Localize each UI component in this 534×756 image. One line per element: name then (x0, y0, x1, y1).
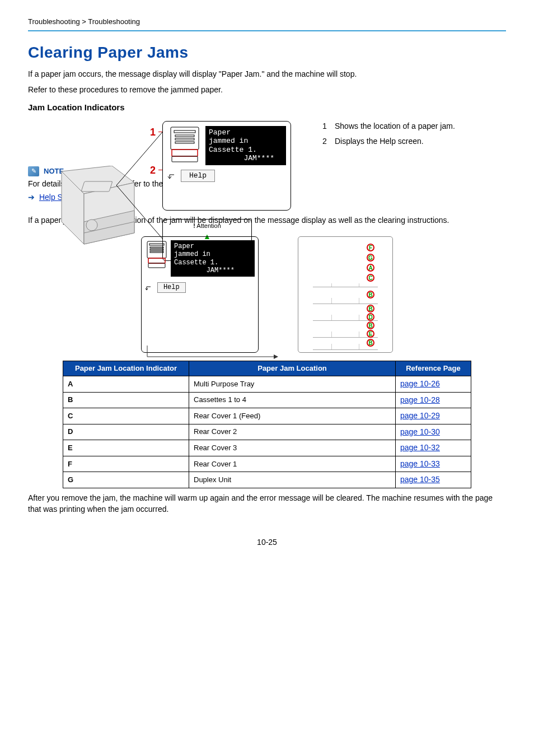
message-display-panel-small: Paper jammed in Cassette 1. JAM**** Help (141, 236, 259, 353)
svg-rect-19 (148, 258, 165, 263)
cell-location: Duplex Unit (189, 472, 396, 488)
cell-reference: page 10-35 (396, 472, 471, 488)
cell-indicator: G (63, 472, 189, 488)
svg-rect-17 (150, 249, 163, 250)
divider (28, 30, 506, 31)
printer-mini-icon (167, 126, 202, 165)
lcd-line-1: Paper (174, 242, 194, 250)
svg-rect-11 (175, 142, 194, 143)
svg-marker-21 (274, 354, 278, 359)
help-arrow-icon (145, 284, 152, 291)
cell-indicator: A (63, 376, 189, 392)
table-row: DRear Cover 2page 10-30 (63, 424, 471, 440)
svg-rect-15 (149, 244, 164, 245)
svg-rect-5 (81, 181, 113, 192)
section-heading: Jam Location Indicators (28, 101, 506, 113)
table-row: CRear Cover 1 (Feed)page 10-29 (63, 408, 471, 424)
table-row: ERear Cover 3page 10-32 (63, 440, 471, 456)
cell-reference: page 10-32 (396, 440, 471, 456)
note-icon: ✎ (28, 166, 39, 176)
jam-location-diagram: Paper jammed in Cassette 1. JAM**** Help… (28, 236, 506, 353)
indicator-badge-b: B (367, 291, 374, 298)
flow-arrow-icon (145, 346, 279, 368)
indicator-badge-e: E (367, 330, 374, 338)
lcd-line-2: jammed in (209, 137, 248, 145)
svg-rect-20 (148, 263, 165, 268)
indicator-badge-f: F (367, 244, 374, 251)
svg-rect-9 (175, 135, 194, 137)
indicator-badge-a: A (367, 264, 374, 272)
page-number: 10-25 (28, 537, 506, 548)
help-softkey: Help (157, 282, 186, 293)
reference-page-link[interactable]: page 10-32 (400, 443, 440, 452)
callout-number-2: 2 (150, 164, 156, 178)
table-row: AMulti Purpose Traypage 10-26 (63, 376, 471, 392)
cell-location: Rear Cover 3 (189, 440, 396, 456)
indicator-badge-g: G (367, 254, 374, 262)
cell-reference: page 10-26 (396, 376, 471, 392)
help-arrow-icon (167, 171, 175, 179)
cell-reference: page 10-29 (396, 408, 471, 424)
cell-location: Rear Cover 1 (Feed) (189, 408, 396, 424)
help-softkey: Help (181, 170, 215, 182)
cell-indicator: D (63, 424, 189, 440)
cell-location: Rear Cover 1 (189, 456, 396, 472)
intro-paragraph-1: If a paper jam occurs, the message displ… (28, 69, 506, 80)
table-row: BCassettes 1 to 4page 10-28 (63, 392, 471, 408)
reference-page-link[interactable]: page 10-26 (400, 379, 440, 388)
cell-reference: page 10-30 (396, 424, 471, 440)
lcd-line-4: JAM**** (209, 154, 274, 162)
reference-arrow-icon: ➔ (28, 192, 37, 203)
indicator-badge-b: B (367, 321, 374, 329)
jam-location-table: Paper Jam Location Indicator Paper Jam L… (63, 361, 471, 488)
cell-reference: page 10-33 (396, 456, 471, 472)
cell-location: Cassettes 1 to 4 (189, 392, 396, 408)
svg-rect-8 (174, 130, 195, 133)
legend-number: 2 (322, 136, 329, 147)
closing-paragraph: After you remove the jam, the machine wi… (28, 493, 506, 515)
table-row: GDuplex Unitpage 10-35 (63, 472, 471, 488)
intro-paragraph-2: Refer to these procedures to remove the … (28, 85, 506, 96)
svg-point-6 (86, 220, 97, 231)
breadcrumb: Troubleshooting > Troubleshooting (28, 17, 506, 27)
jam-indicator-diagram: 1 2 (28, 121, 506, 152)
lcd-line-4: JAM**** (174, 267, 235, 274)
indicator-badge-d: D (367, 313, 374, 321)
lcd-display: Paper jammed in Cassette 1. JAM**** (205, 126, 286, 165)
cell-reference: page 10-28 (396, 392, 471, 408)
reference-page-link[interactable]: page 10-33 (400, 459, 440, 468)
table-row: FRear Cover 1page 10-33 (63, 456, 471, 472)
legend-text: Displays the Help screen. (335, 136, 424, 147)
cell-indicator: F (63, 456, 189, 472)
reference-page-link[interactable]: page 10-28 (400, 395, 440, 404)
cell-indicator: E (63, 440, 189, 456)
lcd-line-3: Cassette 1. (209, 146, 257, 154)
lcd-line-2: jammed in (174, 250, 210, 258)
svg-rect-12 (172, 150, 198, 156)
cell-indicator: B (63, 392, 189, 408)
cell-indicator: C (63, 408, 189, 424)
printer-illustration (50, 166, 146, 250)
indicator-badge-b: B (367, 305, 374, 312)
svg-rect-13 (172, 156, 198, 162)
printer-mini-icon (145, 240, 168, 272)
table-header-reference: Reference Page (396, 361, 471, 376)
reference-page-link[interactable]: page 10-29 (400, 411, 440, 420)
legend-item: 1 Shows the location of a paper jam. (322, 121, 506, 132)
legend-item: 2 Displays the Help screen. (322, 136, 506, 147)
indicator-badge-b: B (367, 339, 374, 347)
reference-page-link[interactable]: page 10-35 (400, 475, 440, 484)
svg-rect-16 (150, 247, 163, 248)
lcd-display: Paper jammed in Cassette 1. JAM**** (171, 240, 255, 277)
page-title: Clearing Paper Jams (28, 41, 506, 63)
lcd-line-3: Cassette 1. (174, 259, 218, 267)
legend-text: Shows the location of a paper jam. (335, 121, 455, 132)
message-display-panel: Paper jammed in Cassette 1. JAM**** Help (162, 121, 291, 211)
lcd-line-1: Paper (209, 128, 231, 137)
legend-number: 1 (322, 121, 329, 132)
cell-location: Multi Purpose Tray (189, 376, 396, 392)
svg-rect-10 (175, 138, 194, 140)
reference-page-link[interactable]: page 10-30 (400, 427, 440, 436)
attention-label: Attention (196, 222, 221, 229)
callout-number-1: 1 (150, 125, 156, 139)
